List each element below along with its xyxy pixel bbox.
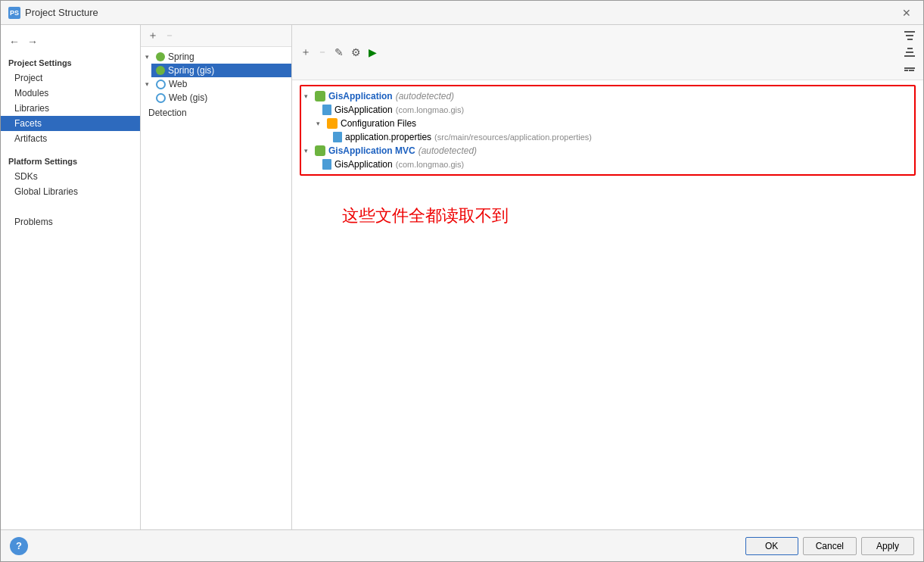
mvc-autodetected: (autodetected) (418, 145, 477, 156)
sidebar-item-modules[interactable]: Modules (1, 86, 140, 101)
remove-button[interactable]: － (162, 28, 177, 43)
gisapp-autodetected: (autodetected) (396, 91, 454, 101)
tree-item-web-gis[interactable]: Web (gis) (151, 91, 291, 105)
fw-row-mvc-entry[interactable]: GisApplication (com.longmao.gis) (301, 158, 914, 171)
tree-item-web-group[interactable]: ▾ Web (141, 77, 291, 91)
mvc-name: GisApplication MVC (328, 145, 415, 156)
close-button[interactable]: ✕ (898, 5, 916, 20)
help-button[interactable]: ? (10, 537, 28, 555)
expand-arrow-config: ▾ (316, 120, 324, 127)
sidebar-item-global-libraries[interactable]: Global Libraries (1, 184, 140, 199)
config-icon (327, 118, 338, 129)
fw-row-gisapp-entry[interactable]: GisApplication (com.longmao.gis) (301, 103, 914, 117)
spring-label: Spring (168, 52, 194, 62)
autodetected-section: ▾ GisApplication (autodetected) GisAppli… (300, 85, 916, 176)
middle-panel: ＋ － ▾ Spring Spring (gis) ▾ Web (141, 25, 292, 529)
back-button[interactable]: ← (7, 34, 22, 49)
tree-item-spring-gis[interactable]: Spring (gis) (151, 64, 291, 77)
project-settings-label: Project Settings (1, 55, 140, 70)
ok-button[interactable]: OK (745, 537, 798, 555)
forward-button[interactable]: → (25, 34, 40, 49)
sidebar-item-artifacts[interactable]: Artifacts (1, 131, 140, 146)
expand-arrow: ▾ (145, 53, 153, 61)
right-toolbar-left: ＋ － ✎ ⚙ ▶ (298, 45, 380, 60)
config-label: Configuration Files (341, 118, 416, 129)
content-area: ← → Project Settings Project Modules Lib… (1, 25, 923, 529)
sort-button-2[interactable] (902, 45, 917, 60)
gisapp-entry-name: GisApplication (334, 105, 393, 115)
mvc-entry-qualifier: (com.longmao.gis) (396, 160, 464, 169)
title-bar: PS Project Structure ✕ (1, 1, 923, 25)
web-icon (156, 80, 166, 89)
bottom-bar: ? OK Cancel Apply (1, 529, 923, 561)
right-toolbar: ＋ － ✎ ⚙ ▶ (292, 25, 923, 80)
cancel-button[interactable]: Cancel (803, 537, 857, 555)
props-qualifier: (src/main/resources/application.properti… (434, 133, 592, 142)
web-gis-icon (156, 93, 166, 103)
fw-row-props[interactable]: application.properties (src/main/resourc… (301, 130, 914, 144)
gisapp-icon (315, 91, 325, 101)
right-settings-button[interactable]: ⚙ (348, 45, 363, 60)
sort-up-button[interactable] (902, 28, 917, 43)
tree-item-spring-group[interactable]: ▾ Spring (141, 50, 291, 64)
web-label: Web (169, 79, 187, 89)
title-bar-left: PS Project Structure (8, 7, 98, 19)
right-remove-button[interactable]: － (315, 45, 330, 60)
detection-item[interactable]: Detection (141, 105, 291, 121)
sort-buttons (902, 28, 917, 76)
sidebar: ← → Project Settings Project Modules Lib… (1, 25, 141, 529)
sidebar-item-project[interactable]: Project (1, 70, 140, 86)
platform-settings-label: Platform Settings (1, 154, 140, 169)
spring-gis-label: Spring (gis) (168, 65, 214, 76)
sidebar-item-problems[interactable]: Problems (1, 214, 140, 229)
middle-tree: ▾ Spring Spring (gis) ▾ Web Web (gis) (141, 47, 291, 529)
mvc-entry-name: GisApplication (334, 159, 393, 170)
mvc-entry-icon (322, 159, 331, 170)
middle-toolbar: ＋ － (141, 25, 291, 47)
expand-arrow-web: ▾ (145, 80, 153, 88)
project-structure-dialog: PS Project Structure ✕ ← → Project Setti… (0, 0, 924, 562)
web-gis-label: Web (gis) (169, 92, 207, 103)
bottom-buttons: OK Cancel Apply (745, 537, 914, 555)
annotation-text: 这些文件全都读取不到 (297, 182, 919, 250)
fw-row-mvc[interactable]: ▾ GisApplication MVC (autodetected) (301, 144, 914, 158)
right-panel: ＋ － ✎ ⚙ ▶ (292, 25, 923, 529)
props-name: application.properties (345, 132, 431, 142)
right-content: ▾ GisApplication (autodetected) GisAppli… (292, 80, 923, 529)
right-edit-button[interactable]: ✎ (331, 45, 347, 60)
gisapp-entry-icon (322, 105, 331, 115)
app-icon: PS (8, 7, 20, 19)
sort-button-3[interactable] (902, 61, 917, 76)
mvc-icon (315, 145, 325, 156)
sidebar-item-sdks[interactable]: SDKs (1, 169, 140, 184)
right-run-button[interactable]: ▶ (365, 45, 380, 60)
gisapp-name: GisApplication (328, 91, 393, 101)
dialog-title: Project Structure (25, 7, 98, 18)
spring-icon (156, 52, 165, 61)
apply-button[interactable]: Apply (861, 537, 914, 555)
fw-row-config[interactable]: ▾ Configuration Files (301, 117, 914, 130)
sidebar-item-libraries[interactable]: Libraries (1, 101, 140, 116)
gisapp-entry-qualifier: (com.longmao.gis) (396, 105, 464, 114)
right-add-button[interactable]: ＋ (298, 45, 313, 60)
spring-gis-icon (156, 66, 165, 75)
expand-arrow-gisapp: ▾ (304, 92, 312, 100)
fw-row-gisapp[interactable]: ▾ GisApplication (autodetected) (301, 89, 914, 103)
add-button[interactable]: ＋ (145, 28, 160, 43)
sidebar-item-facets[interactable]: Facets (1, 116, 140, 131)
props-icon (333, 132, 342, 142)
expand-arrow-mvc: ▾ (304, 147, 312, 155)
